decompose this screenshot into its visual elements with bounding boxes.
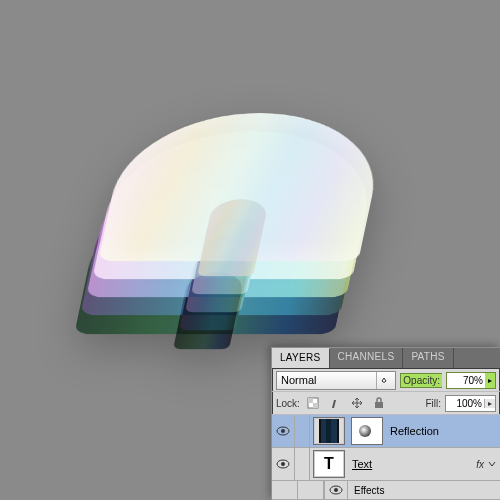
eye-icon [276,459,290,469]
layer-name[interactable]: Reflection [386,425,500,437]
svg-point-5 [281,429,285,433]
effects-label: Effects [348,485,384,496]
artwork-3d-letter [70,30,410,380]
layer-mask-thumbnail[interactable] [351,417,383,445]
blend-mode-select[interactable]: Normal [276,371,396,390]
fill-flyout-icon[interactable]: ▸ [484,399,495,408]
lock-position-icon[interactable] [348,394,366,412]
lock-pixels-icon[interactable] [326,394,344,412]
blend-mode-value: Normal [281,374,316,386]
effects-sublayer[interactable]: Effects [272,481,500,500]
layer-row-text[interactable]: T Text fx [272,448,500,481]
chevron-down-icon [376,372,391,389]
layer-thumbnail[interactable] [313,417,345,445]
layer-name[interactable]: Text [348,458,476,470]
visibility-toggle[interactable] [272,415,295,447]
eye-icon [276,426,290,436]
lock-transparency-icon[interactable] [304,394,322,412]
tab-paths[interactable]: PATHS [403,348,453,368]
layer-row-reflection[interactable]: Reflection [272,415,500,448]
svg-rect-3 [375,402,383,408]
svg-point-7 [281,462,285,466]
opacity-input[interactable] [447,373,485,388]
layer-list: Reflection T Text fx Effects [272,415,500,500]
link-cell[interactable] [295,448,310,480]
panel-tab-bar: LAYERS CHANNELS PATHS [272,348,500,369]
blend-opacity-row: Normal Opacity: ▸ [272,369,500,392]
lock-fill-row: Lock: Fill: ▸ [272,392,500,415]
fill-label: Fill: [425,398,441,409]
svg-point-9 [334,488,338,492]
document-canvas[interactable]: LAYERS CHANNELS PATHS Normal Opacity: ▸ … [0,0,500,500]
svg-rect-2 [313,403,318,408]
effects-visibility-toggle[interactable] [325,481,348,499]
fill-field[interactable]: ▸ [445,395,496,412]
fill-input[interactable] [446,396,484,411]
link-cell[interactable] [295,415,310,447]
lock-label: Lock: [276,398,300,409]
opacity-label: Opacity: [400,373,442,388]
tab-channels[interactable]: CHANNELS [330,348,404,368]
svg-rect-1 [308,398,313,403]
fx-expand-icon[interactable] [488,460,500,468]
layers-panel: LAYERS CHANNELS PATHS Normal Opacity: ▸ … [271,347,500,500]
opacity-flyout-icon[interactable]: ▸ [485,376,495,385]
opacity-field[interactable]: ▸ [446,372,496,389]
eye-icon [329,485,343,495]
fx-badge[interactable]: fx [476,459,484,470]
visibility-toggle[interactable] [272,448,295,480]
lock-all-icon[interactable] [370,394,388,412]
tab-layers[interactable]: LAYERS [272,348,330,368]
type-layer-thumbnail[interactable]: T [313,450,345,478]
